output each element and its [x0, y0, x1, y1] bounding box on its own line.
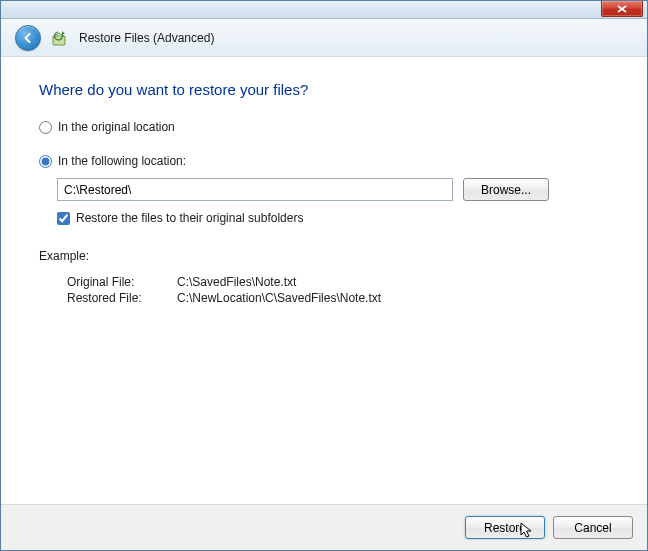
titlebar [1, 1, 647, 19]
cancel-button[interactable]: Cancel [553, 516, 633, 539]
radio-original-location[interactable]: In the original location [39, 120, 609, 134]
example-original-value: C:\SavedFiles\Note.txt [177, 275, 609, 289]
restore-files-icon [51, 29, 69, 47]
radio-following-input[interactable] [39, 155, 52, 168]
radio-following-location[interactable]: In the following location: [39, 154, 609, 168]
browse-button[interactable]: Browse... [463, 178, 549, 201]
path-row: Browse... [57, 178, 609, 201]
example-grid: Original File: C:\SavedFiles\Note.txt Re… [67, 275, 609, 305]
window-title: Restore Files (Advanced) [79, 31, 214, 45]
location-block: Browse... Restore the files to their ori… [57, 178, 609, 225]
example-section: Example: Original File: C:\SavedFiles\No… [39, 249, 609, 305]
example-restored-value: C:\NewLocation\C\SavedFiles\Note.txt [177, 291, 609, 305]
footer: Restore Cancel [1, 504, 647, 550]
subfolders-checkbox[interactable] [57, 212, 70, 225]
subfolders-checkbox-row[interactable]: Restore the files to their original subf… [57, 211, 609, 225]
restore-button[interactable]: Restore [465, 516, 545, 539]
content-area: Where do you want to restore your files?… [1, 57, 647, 504]
radio-original-input[interactable] [39, 121, 52, 134]
radio-original-label: In the original location [58, 120, 175, 134]
restore-path-input[interactable] [57, 178, 453, 201]
navbar: Restore Files (Advanced) [1, 19, 647, 57]
example-original-label: Original File: [67, 275, 177, 289]
close-icon [617, 5, 627, 13]
example-heading: Example: [39, 249, 609, 263]
back-button[interactable] [15, 25, 41, 51]
example-restored-label: Restored File: [67, 291, 177, 305]
radio-following-label: In the following location: [58, 154, 186, 168]
subfolders-label: Restore the files to their original subf… [76, 211, 303, 225]
close-button[interactable] [601, 1, 643, 17]
back-arrow-icon [21, 31, 35, 45]
page-heading: Where do you want to restore your files? [39, 81, 609, 98]
